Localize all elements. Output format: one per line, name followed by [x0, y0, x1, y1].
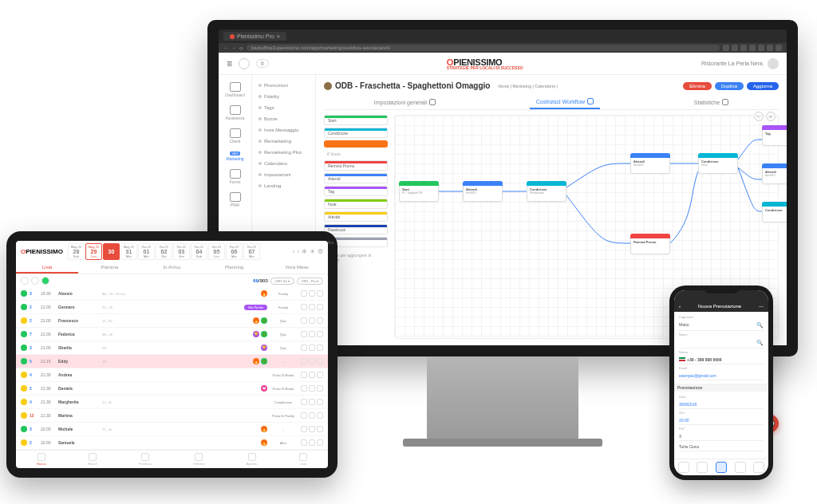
settings-icon[interactable] [317, 317, 323, 324]
save-icon[interactable]: ⋯ [759, 303, 764, 309]
back-icon[interactable]: ‹ [679, 304, 681, 309]
forward-icon[interactable]: → [231, 45, 236, 50]
language-selector[interactable]: it [256, 59, 269, 68]
settings-icon[interactable] [317, 372, 323, 378]
submenu-landing[interactable]: Landing [255, 180, 312, 191]
tab-planning[interactable]: Planning [203, 262, 266, 274]
date-cell[interactable]: Mag 2228Sab [68, 243, 85, 260]
update-button[interactable]: Aggiorna [747, 82, 779, 90]
prev-icon[interactable]: ‹ [293, 248, 295, 255]
field-email[interactable]: esempio@gmail.com [679, 372, 764, 380]
palette-attivita[interactable]: Attività [324, 211, 388, 222]
node-attendi-3[interactable]: Attenditime:00:0 [762, 163, 787, 184]
node-attendi-1[interactable]: Attenditime:00:0 [463, 181, 503, 202]
reservation-row[interactable]: 5 21:15 Eddy 1G 🔥🌿 - [16, 355, 328, 368]
field-phone[interactable]: +39 - 399 998 6666 [679, 356, 764, 364]
tab-impostazioni[interactable]: Impostazioni generali [368, 95, 442, 109]
close-tab-icon[interactable]: × [277, 33, 280, 39]
bottomnav-ritardi[interactable]: Ritardi [88, 453, 97, 466]
reservation-row[interactable]: 2 21:00 Gennaro S2 - 0h Già Partito Fami… [16, 301, 328, 314]
reservation-row[interactable]: 4 21:30 Margherita 22 - 4h Compleanno [16, 396, 328, 409]
field-pax[interactable]: 3 [679, 432, 764, 441]
reservation-row[interactable]: 2 22:00 Samuele 🔥 Altro [16, 436, 328, 450]
tab-lista[interactable]: Lista [16, 262, 78, 274]
send-icon[interactable] [309, 439, 315, 446]
palette-tag[interactable]: Tag [324, 186, 388, 196]
date-cell[interactable]: Giu 2202Gio [156, 243, 172, 260]
sidebar-item-assistenza[interactable]: Assistenza [219, 103, 251, 123]
submenu-tags[interactable]: Tags [255, 102, 312, 113]
submenu-fidelity[interactable]: Fidelity [255, 91, 312, 102]
node-attendi-2[interactable]: Attenditime:00:0 [630, 153, 670, 174]
palette-note[interactable]: Note [324, 199, 388, 209]
send-icon[interactable] [309, 385, 315, 392]
reservation-row[interactable]: 12 21:30 Martina Pasta Di Family [16, 409, 328, 423]
bottomnav-partenza[interactable]: Partenza [139, 453, 152, 466]
duplicate-button[interactable]: Duplica [715, 82, 744, 90]
tab-costruisci[interactable]: Costruisci Workflow [530, 95, 600, 109]
tab-vistamese[interactable]: Vista Mese [266, 262, 328, 274]
node-condizione-3[interactable]: Condizione [762, 202, 787, 222]
send-icon[interactable] [309, 426, 315, 432]
reservation-row[interactable]: 3 21:00 Sherlla S3 🏆 Quiz [16, 341, 328, 355]
filter-pill-2[interactable]: USD - Pre ▾ [297, 278, 323, 285]
tab-arrivo[interactable]: In Arrivo [140, 262, 203, 274]
palette-start[interactable]: Start [324, 115, 388, 125]
node-condizione-1[interactable]: CondizionePrenotazione [527, 181, 566, 202]
date-cell[interactable]: Giu 2207Mer [243, 243, 260, 260]
settings-icon[interactable] [317, 399, 323, 405]
more-icon[interactable] [301, 358, 307, 364]
settings-icon[interactable] [317, 290, 323, 297]
palette-remind[interactable]: Remind Promo [324, 160, 388, 171]
filter-pill-1[interactable]: USD Tot ▾ [270, 278, 294, 285]
nav-more-icon[interactable] [753, 462, 764, 473]
url-field[interactable]: backoffice3.pienissimo.com/app/marketing… [247, 45, 720, 51]
sun-icon[interactable]: ☀ [310, 248, 315, 255]
date-cell[interactable]: Giu 2201Mer [138, 243, 155, 260]
more-icon[interactable] [301, 345, 307, 351]
more-icon[interactable] [301, 412, 307, 419]
node-start[interactable]: StartPC - Spaghetti OH [399, 181, 439, 202]
more-icon[interactable] [301, 385, 307, 392]
bottomnav-delivery[interactable]: Delivery [193, 453, 204, 466]
search-icon[interactable]: 🔍 [756, 322, 764, 329]
field-date[interactable]: 30092019 [679, 400, 764, 409]
send-icon[interactable] [309, 345, 315, 351]
settings-icon[interactable] [317, 304, 323, 310]
sidebar-item-forms[interactable]: Forms [219, 167, 251, 187]
submenu-impostazioni[interactable]: Impostazioni [255, 169, 312, 180]
send-icon[interactable] [309, 372, 315, 378]
submenu-calendario[interactable]: Calendario [255, 158, 312, 169]
date-cell[interactable]: Giu 2204Sab [191, 243, 207, 260]
menu-icon[interactable]: ≡ [227, 58, 232, 69]
field-note[interactable]: Torta Cioco [679, 443, 764, 451]
settings-icon[interactable] [317, 358, 323, 364]
reservation-row[interactable]: 2 21:00 Francesco 29 - FC 🔥🌿 Quiz [16, 314, 328, 328]
browser-tab[interactable]: Pienissimo Pro × [223, 32, 286, 41]
more-icon[interactable] [301, 439, 307, 446]
send-icon[interactable] [309, 290, 315, 297]
date-cell[interactable]: 30 [103, 243, 120, 260]
send-icon[interactable] [309, 399, 315, 405]
date-cell[interactable]: Mag 2229Lun [85, 243, 102, 260]
field-nome[interactable]: 🔍 [679, 338, 764, 348]
snow-icon[interactable]: ❄ [302, 248, 307, 255]
speedometer-icon[interactable] [239, 58, 250, 69]
date-cell[interactable]: Giu 2203Ven [173, 243, 190, 260]
date-cell[interactable]: Mag 2231Mar [120, 243, 137, 260]
reservation-row[interactable]: 3 19:30 Alessio A8 - TD - 00 min 🔥 Famil… [16, 287, 328, 301]
reservation-row[interactable]: 2 21:30 Daniela ❤ Pasta Di Bordo [16, 382, 328, 396]
send-icon[interactable] [309, 317, 315, 324]
reload-icon[interactable]: ⟳ [239, 45, 243, 51]
date-picker-strip[interactable]: Mag 2228SabMag 2229Lun 30 Mag 2231MarGiu… [68, 243, 260, 260]
node-tag[interactable]: Tag [762, 125, 787, 146]
date-cell[interactable]: Giu 2205Lun [208, 243, 225, 260]
more-icon[interactable] [301, 331, 307, 337]
send-icon[interactable] [309, 412, 315, 419]
more-icon[interactable] [301, 290, 307, 297]
tab-statistiche[interactable]: Statistiche [688, 95, 735, 109]
send-icon[interactable] [309, 358, 315, 364]
sidebar-item-marketing[interactable]: SMSMarketing [219, 149, 251, 163]
submenu-messaggio[interactable]: Invia Messaggio [255, 124, 312, 136]
more-icon[interactable] [301, 399, 307, 405]
